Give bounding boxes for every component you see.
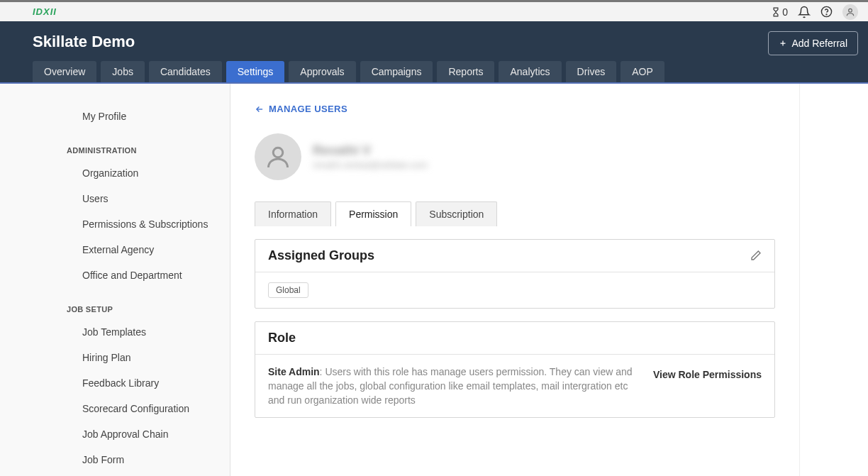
sidebar-item-permissions-subscriptions[interactable]: Permissions & Subscriptions (0, 211, 230, 237)
add-referral-label: Add Referral (791, 38, 847, 49)
back-manage-users[interactable]: MANAGE USERS (255, 104, 347, 114)
brand-bar: IDXII 0 (0, 0, 868, 21)
subtab-subscription[interactable]: Subscription (416, 201, 497, 226)
user-email: revathi.venkat@skillate.com (313, 160, 428, 170)
user-sub-tabs: InformationPermissionSubscription (255, 201, 775, 226)
arrow-left-icon (255, 104, 265, 114)
nav-tab-aop[interactable]: AOP (621, 61, 664, 82)
role-title: Role (268, 331, 296, 345)
main-nav-tabs: OverviewJobsCandidatesSettingsApprovalsC… (33, 61, 858, 82)
content-area: MANAGE USERS Revathi V revathi.venkat@sk… (230, 84, 800, 476)
user-name: Revathi V (313, 143, 428, 158)
plus-icon (779, 39, 787, 48)
assigned-groups-body: Global (255, 272, 774, 308)
role-panel: Role Site Admin: Users with this role ha… (255, 321, 775, 419)
nav-tab-settings[interactable]: Settings (226, 61, 285, 82)
hourglass-icon (771, 7, 781, 17)
sidebar-item-candidate-experience-survey[interactable]: Candidate Experience Survey (0, 472, 230, 476)
user-icon (845, 7, 855, 17)
svg-point-2 (849, 9, 852, 12)
settings-sidebar: My Profile ADMINISTRATIONOrganizationUse… (0, 84, 230, 476)
view-role-permissions-link[interactable]: View Role Permissions (653, 365, 762, 380)
sidebar-item-external-agency[interactable]: External Agency (0, 237, 230, 262)
role-desc-text: : Users with this role has manage users … (268, 366, 633, 406)
role-description: Site Admin: Users with this role has man… (268, 365, 638, 408)
role-name: Site Admin (268, 366, 320, 377)
help-icon[interactable] (820, 6, 833, 18)
user-header: Revathi V revathi.venkat@skillate.com (255, 133, 775, 180)
app-header: Skillate Demo Add Referral OverviewJobsC… (0, 21, 868, 84)
sidebar-item-hiring-plan[interactable]: Hiring Plan (0, 345, 230, 370)
sidebar-item-job-approval-chain[interactable]: Job Approval Chain (0, 421, 230, 447)
pencil-icon (750, 250, 762, 261)
sidebar-heading: ADMINISTRATION (0, 146, 230, 155)
subtab-permission[interactable]: Permission (335, 201, 411, 226)
back-link-label: MANAGE USERS (269, 104, 347, 114)
nav-tab-campaigns[interactable]: Campaigns (360, 61, 433, 82)
brand-logo: IDXII (33, 6, 57, 17)
notif-count-text: 0 (782, 6, 788, 18)
assigned-groups-title: Assigned Groups (268, 248, 374, 263)
nav-tab-jobs[interactable]: Jobs (101, 61, 145, 82)
nav-tab-analytics[interactable]: Analytics (499, 61, 561, 82)
sidebar-item-my-profile[interactable]: My Profile (0, 104, 230, 129)
sidebar-heading: JOB SETUP (0, 305, 230, 314)
nav-tab-drives[interactable]: Drives (566, 61, 617, 82)
sidebar-item-users[interactable]: Users (0, 186, 230, 211)
sidebar-item-job-templates[interactable]: Job Templates (0, 319, 230, 345)
sidebar-item-organization[interactable]: Organization (0, 160, 230, 186)
edit-groups-button[interactable] (750, 250, 762, 261)
profile-avatar-small[interactable] (842, 4, 858, 20)
assigned-groups-panel: Assigned Groups Global (255, 239, 775, 309)
svg-point-3 (273, 148, 283, 157)
user-icon (265, 144, 291, 170)
page-title: Skillate Demo (33, 33, 135, 51)
sidebar-item-job-form[interactable]: Job Form (0, 447, 230, 472)
group-tag: Global (268, 282, 308, 298)
sidebar-item-office-and-department[interactable]: Office and Department (0, 262, 230, 288)
nav-tab-overview[interactable]: Overview (33, 61, 96, 82)
svg-point-1 (826, 14, 827, 15)
add-referral-button[interactable]: Add Referral (768, 31, 858, 55)
nav-tab-candidates[interactable]: Candidates (149, 61, 222, 82)
subtab-information[interactable]: Information (255, 201, 331, 226)
user-avatar (255, 133, 301, 180)
pinned-count[interactable]: 0 (771, 6, 788, 18)
nav-tab-reports[interactable]: Reports (437, 61, 494, 82)
sidebar-item-feedback-library[interactable]: Feedback Library (0, 370, 230, 396)
sidebar-item-scorecard-configuration[interactable]: Scorecard Configuration (0, 396, 230, 421)
nav-tab-approvals[interactable]: Approvals (289, 61, 355, 82)
bell-icon[interactable] (798, 6, 811, 18)
